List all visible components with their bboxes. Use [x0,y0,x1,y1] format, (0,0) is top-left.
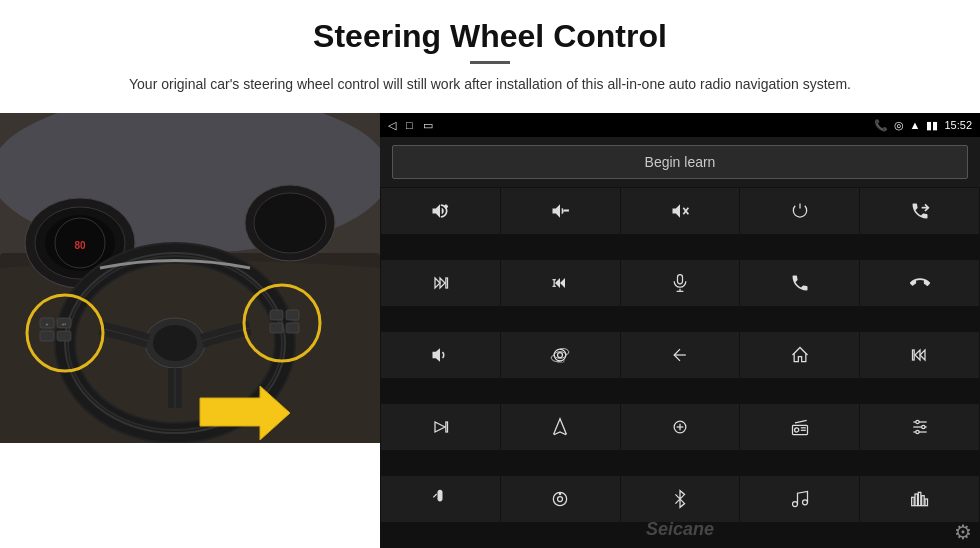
svg-line-66 [434,494,437,497]
svg-point-64 [921,425,924,428]
svg-text:−: − [564,206,569,215]
svg-rect-51 [912,350,914,360]
car-image: 80 [0,113,380,443]
svg-point-69 [559,493,562,496]
rewind-ff-button[interactable] [501,260,620,306]
status-bar: ◁ □ ▭ 📞 ◎ ▲ ▮▮ 15:52 [380,113,980,137]
back-nav-icon[interactable]: ◁ [388,119,396,132]
battery-icon: ▮▮ [926,119,938,132]
svg-rect-75 [921,496,924,506]
svg-marker-33 [435,278,440,288]
controls-grid: + − [380,187,980,548]
svg-point-65 [915,430,918,433]
title-divider [470,61,510,64]
mic2-button[interactable] [381,476,500,522]
begin-learn-row: Begin learn [380,137,980,187]
speaker-button[interactable] [381,332,500,378]
svg-rect-35 [446,278,448,288]
mic-button[interactable] [621,260,740,306]
gear-icon[interactable]: ⚙ [954,520,972,544]
recents-nav-icon[interactable]: ▭ [423,119,433,132]
clock: 15:52 [944,119,972,131]
svg-point-46 [558,353,563,358]
svg-point-56 [794,428,798,432]
equalizer-button[interactable] [860,476,979,522]
skip-prev-button[interactable] [860,332,979,378]
svg-rect-24 [270,323,283,333]
svg-text:+: + [445,203,449,209]
svg-rect-22 [270,310,283,320]
bluetooth-button[interactable] [621,476,740,522]
svg-rect-72 [911,497,914,505]
svg-rect-74 [918,492,921,505]
status-bar-nav: ◁ □ ▭ [388,119,433,132]
location-icon: ◎ [894,119,904,132]
vol-down-button[interactable]: − [501,188,620,234]
back-button[interactable] [621,332,740,378]
header-section: Steering Wheel Control Your original car… [0,0,980,105]
music-button[interactable] [740,476,859,522]
mute-button[interactable] [621,188,740,234]
svg-marker-44 [433,348,441,361]
radio-button[interactable] [740,404,859,450]
page-title: Steering Wheel Control [60,18,920,55]
svg-text:+: + [46,321,49,327]
phone-icon: 📞 [874,119,888,132]
android-panel: ◁ □ ▭ 📞 ◎ ▲ ▮▮ 15:52 Begin learn [380,113,980,548]
svg-point-63 [915,420,918,423]
settings-ctrl-button[interactable] [860,404,979,450]
content-section: 80 [0,113,980,548]
vol-up-button[interactable]: + [381,188,500,234]
subtitle: Your original car's steering wheel contr… [100,74,880,95]
status-bar-info: 📞 ◎ ▲ ▮▮ 15:52 [874,119,972,132]
svg-rect-25 [286,323,299,333]
camera360-button[interactable]: 360° [501,332,620,378]
home-button[interactable] [740,332,859,378]
phone-answer-button[interactable] [740,260,859,306]
knob-button[interactable] [501,476,620,522]
svg-marker-52 [435,422,445,432]
skip-forward-button[interactable] [381,260,500,306]
svg-rect-73 [915,494,918,506]
eq-button[interactable] [621,404,740,450]
power-button[interactable] [740,188,859,234]
svg-text:360°: 360° [557,359,566,364]
svg-marker-36 [560,278,565,288]
svg-text:↩: ↩ [62,321,66,327]
page-container: Steering Wheel Control Your original car… [0,0,980,548]
begin-learn-button[interactable]: Begin learn [392,145,968,179]
next-track-button[interactable] [381,404,500,450]
svg-rect-41 [677,275,682,284]
prev-call-button[interactable] [860,188,979,234]
svg-line-59 [795,420,807,423]
svg-rect-19 [57,331,71,341]
svg-rect-18 [40,331,54,341]
svg-rect-53 [446,422,448,432]
svg-text:80: 80 [74,240,86,251]
svg-marker-49 [920,350,925,360]
hang-up-button[interactable] [860,260,979,306]
svg-rect-76 [925,499,928,506]
wifi-icon: ▲ [910,119,921,131]
svg-rect-23 [286,310,299,320]
svg-point-70 [792,502,797,507]
home-nav-icon[interactable]: □ [406,119,413,131]
svg-point-15 [153,325,197,361]
svg-point-9 [254,193,326,253]
svg-point-71 [802,500,807,505]
navigation-button[interactable] [501,404,620,450]
svg-point-68 [558,497,563,502]
